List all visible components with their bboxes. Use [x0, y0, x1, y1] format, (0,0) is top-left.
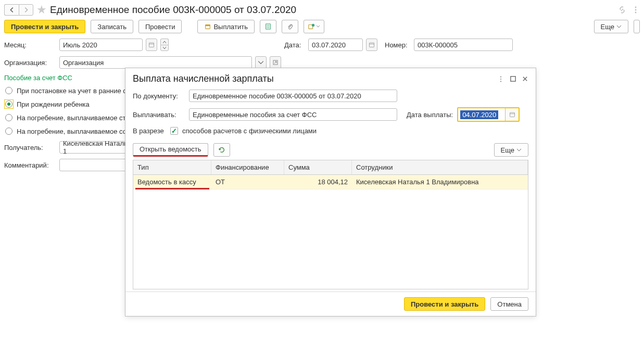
- page-title: Единовременное пособие 003К-000005 от 03…: [50, 4, 296, 16]
- org-open-button[interactable]: [270, 56, 281, 69]
- month-spin-down[interactable]: [160, 45, 169, 51]
- recipient-label: Получатель:: [4, 144, 56, 151]
- modal-maximize-icon[interactable]: [510, 75, 516, 83]
- number-label: Номер:: [385, 41, 411, 49]
- svg-point-0: [635, 7, 637, 8]
- split-checkbox[interactable]: ✓: [170, 127, 178, 135]
- cell-fin: ОТ: [211, 175, 284, 189]
- date-input[interactable]: 03.07.2020: [308, 39, 363, 51]
- radio-birth-label: При рождении ребенка: [17, 100, 90, 108]
- month-spin-up[interactable]: [160, 39, 169, 45]
- modal-cancel-button[interactable]: Отмена: [490, 297, 528, 311]
- cell-type: Ведомость в кассу: [133, 175, 211, 189]
- org-input[interactable]: Организация: [59, 56, 252, 69]
- pay-date-input[interactable]: 04.07.2020: [457, 107, 520, 122]
- svg-point-16: [500, 76, 501, 77]
- cell-emp: Киселевская Наталья 1 Владимировна: [352, 175, 528, 189]
- report-icon-button[interactable]: [260, 20, 276, 33]
- split-text: способов расчетов с физическими лицами: [182, 127, 317, 135]
- by-doc-input[interactable]: Единовременное пособие 003К-000005 от 03…: [189, 90, 397, 102]
- toolbar: Провести и закрыть Записать Провести Вып…: [0, 18, 644, 39]
- attach-icon-button[interactable]: [282, 20, 298, 33]
- pay-label: Выплачивать:: [133, 111, 185, 119]
- radio-burial-2-label: На погребение, выплачиваемое сот: [17, 128, 130, 135]
- nav-back-button[interactable]: [4, 4, 19, 16]
- pay-input[interactable]: Единовременные пособия за счет ФСС: [189, 108, 397, 121]
- svg-point-2: [635, 12, 637, 14]
- modal-kebab-icon[interactable]: [497, 75, 504, 83]
- payments-table: Тип Финансирование Сумма Сотрудники Ведо…: [133, 160, 528, 289]
- pay-date-value: 04.07.2020: [460, 110, 498, 119]
- svg-rect-11: [149, 43, 154, 47]
- cell-sum: 18 004,12: [284, 175, 352, 189]
- post-and-close-button[interactable]: Провести и закрыть: [4, 20, 85, 33]
- th-sum[interactable]: Сумма: [284, 160, 352, 174]
- recipient-input[interactable]: Киселевская Наталья 1: [59, 141, 135, 154]
- pay-button-label: Выплатить: [213, 23, 248, 31]
- radio-early-label: При постановке на учет в ранние с: [17, 87, 127, 95]
- comment-label: Комментарий:: [4, 161, 56, 169]
- refresh-button[interactable]: [213, 143, 230, 157]
- svg-rect-20: [510, 112, 514, 117]
- org-label: Организация:: [4, 59, 56, 67]
- date-calendar-button[interactable]: [366, 39, 377, 51]
- split-label: В разрезе: [133, 127, 166, 135]
- org-dropdown-button[interactable]: [255, 56, 267, 69]
- save-button[interactable]: Записать: [91, 20, 133, 33]
- pay-button[interactable]: Выплатить: [197, 20, 255, 33]
- pay-date-label: Дата выплаты:: [407, 111, 453, 119]
- modal-title: Выплата начисленной зарплаты: [133, 73, 274, 84]
- month-input[interactable]: Июль 2020: [59, 39, 143, 51]
- favorite-star-icon[interactable]: ★: [36, 3, 47, 17]
- modal-post-close-button[interactable]: Провести и закрыть: [404, 297, 485, 311]
- modal-close-icon[interactable]: [522, 75, 528, 83]
- open-vedomost-button[interactable]: Открыть ведомость: [133, 143, 208, 157]
- comment-input[interactable]: [59, 159, 135, 171]
- month-calendar-button[interactable]: [146, 39, 157, 51]
- pay-date-calendar-button[interactable]: [505, 108, 519, 121]
- header-bar: ★ Единовременное пособие 003К-000005 от …: [0, 0, 644, 18]
- kebab-icon[interactable]: [632, 6, 640, 14]
- payroll-modal: Выплата начисленной зарплаты По документ…: [125, 68, 536, 316]
- date-label: Дата:: [284, 41, 305, 49]
- modal-more-label: Еще: [501, 146, 514, 154]
- svg-point-17: [500, 78, 501, 79]
- th-type[interactable]: Тип: [133, 160, 211, 174]
- svg-rect-19: [511, 77, 515, 81]
- th-emp[interactable]: Сотрудники: [352, 160, 528, 174]
- more-button-label: Еще: [601, 23, 614, 31]
- nav-forward-button[interactable]: [19, 4, 33, 16]
- table-row[interactable]: Ведомость в кассу ОТ 18 004,12 Киселевск…: [133, 175, 528, 189]
- svg-rect-13: [370, 43, 374, 47]
- by-doc-label: По документу:: [133, 92, 185, 100]
- radio-burial-1-label: На погребение, выплачиваемое сто: [17, 114, 130, 122]
- number-input[interactable]: 003К-000005: [414, 39, 513, 51]
- th-fin[interactable]: Финансирование: [211, 160, 284, 174]
- svg-point-1: [635, 9, 637, 11]
- svg-point-10: [312, 24, 314, 27]
- export-icon-button[interactable]: [304, 20, 324, 33]
- svg-point-18: [500, 81, 501, 82]
- help-icon-button[interactable]: [634, 20, 640, 33]
- month-label: Месяц:: [4, 41, 56, 49]
- svg-rect-4: [206, 25, 210, 27]
- post-button[interactable]: Провести: [138, 20, 182, 33]
- modal-more-button[interactable]: Еще: [494, 143, 528, 157]
- link-icon[interactable]: [618, 6, 626, 14]
- more-button[interactable]: Еще: [594, 20, 628, 33]
